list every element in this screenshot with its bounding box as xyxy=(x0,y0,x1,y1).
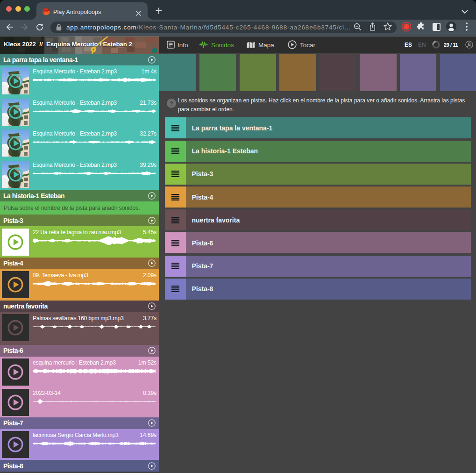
svg-text:?: ? xyxy=(170,100,173,107)
